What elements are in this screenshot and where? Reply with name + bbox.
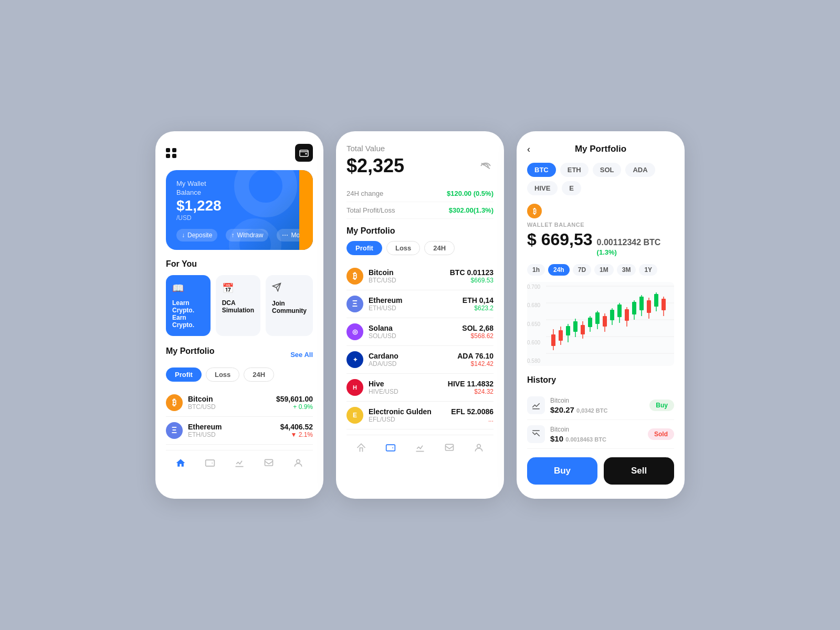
calendar-icon: 📅	[222, 282, 254, 294]
svg-rect-5	[386, 445, 395, 451]
screen-2: Total Value $2,325 24H change $120.00 (0…	[336, 131, 504, 499]
s2-hive-item[interactable]: H Hive HIVE/USD HIVE 11.4832 $24.32	[346, 374, 494, 402]
screen2-header: Total Value $2,325	[346, 144, 494, 177]
candlestick-chart: 0.700 0.680 0.650 0.600 0.580	[527, 282, 674, 366]
nav2-chart[interactable]	[415, 443, 425, 456]
svg-point-4	[297, 459, 300, 463]
svg-rect-22	[581, 325, 585, 334]
wallet-button[interactable]	[295, 144, 313, 162]
wallet-balance-label: WALLET BALANCE	[527, 222, 674, 228]
menu-icon[interactable]	[166, 148, 176, 158]
eth-icon: Ξ	[166, 422, 183, 439]
change-value: $120.00 (0.5%)	[447, 190, 494, 197]
tab-hive[interactable]: HIVE	[527, 181, 558, 195]
buy-button[interactable]: Buy	[527, 457, 597, 485]
screen3-title: My Portfolio	[575, 144, 626, 154]
crypto-tabs: BTC ETH SOL ADA HIVE E	[527, 163, 674, 195]
s2-ada-item[interactable]: ✦ Cardano ADA/USD ADA 76.10 $142.42	[346, 346, 494, 374]
eth-portfolio-item[interactable]: Ξ Ethereum ETH/USD $4,406.52 ▼ 2.1%	[166, 417, 313, 445]
s2-ada-icon: ✦	[346, 351, 363, 368]
s2-sol-item[interactable]: ◎ Solana SOL/USD SOL 2,68 $568.62	[346, 318, 494, 346]
filter-profit[interactable]: Profit	[166, 368, 202, 382]
screen3-header: ‹ My Portfolio	[527, 144, 674, 154]
s2-btc-icon: ₿	[346, 268, 363, 285]
filter2-profit[interactable]: Profit	[346, 241, 382, 255]
hide-icon[interactable]	[478, 158, 494, 174]
nav-messages[interactable]	[264, 458, 274, 471]
pl-value: $302.00(1.3%)	[449, 206, 494, 214]
tab-sol[interactable]: SOL	[593, 163, 622, 177]
svg-rect-0	[300, 150, 308, 156]
nav-chart[interactable]	[234, 458, 245, 471]
nav2-profile[interactable]	[474, 443, 484, 456]
bottom-nav-1	[166, 450, 313, 473]
s2-el-icon: E	[346, 407, 363, 424]
filter-24h[interactable]: 24H	[244, 368, 274, 382]
time-tabs: 1h 24h 7D 1M 3M 1Y	[527, 264, 674, 276]
nav-wallet[interactable]	[205, 458, 215, 471]
wallet-card: My Wallet Balance $1,228 /USD ↓ Deposite…	[166, 170, 313, 250]
community-icon	[272, 282, 307, 295]
wallet-balance-display: $ 669,53 0.00112342 BTC (1.3%)	[527, 230, 674, 257]
filter2-loss[interactable]: Loss	[386, 241, 420, 255]
svg-rect-40	[647, 300, 651, 313]
svg-rect-36	[632, 302, 636, 314]
svg-rect-38	[639, 297, 644, 310]
btc-icon: ₿	[166, 394, 183, 411]
filter-loss[interactable]: Loss	[206, 368, 239, 382]
s2-eth-icon: Ξ	[346, 296, 363, 312]
s2-hive-icon: H	[346, 379, 363, 396]
sold-badge: Sold	[648, 428, 674, 440]
buy-badge: Buy	[649, 400, 674, 411]
nav2-home[interactable]	[356, 443, 366, 456]
s2-eth-item[interactable]: Ξ Ethereum ETH/USD ETH 0,14 $623.2	[346, 290, 494, 318]
s2-sol-icon: ◎	[346, 323, 363, 340]
history-item-sell[interactable]: Bitcoin $10 0.0018463 BTC Sold	[527, 420, 674, 449]
tab-ada[interactable]: ADA	[625, 163, 655, 177]
tab-7d[interactable]: 7D	[573, 264, 591, 276]
tab-e[interactable]: E	[562, 181, 581, 195]
tab-24h[interactable]: 24h	[548, 264, 570, 276]
bottom-nav-2	[346, 435, 494, 458]
see-all-button[interactable]: See All	[290, 351, 313, 359]
tab-btc[interactable]: BTC	[527, 163, 556, 177]
screen-1: My Wallet Balance $1,228 /USD ↓ Deposite…	[155, 131, 323, 499]
tab-eth[interactable]: ETH	[560, 163, 589, 177]
screen1-header	[166, 144, 313, 162]
total-value-row: $2,325	[346, 155, 494, 177]
screens-container: My Wallet Balance $1,228 /USD ↓ Deposite…	[155, 131, 685, 499]
nav2-messages[interactable]	[444, 443, 455, 456]
sell-button[interactable]: Sell	[604, 457, 674, 485]
nav2-wallet[interactable]	[385, 443, 396, 456]
for-you-cards: 📖 Learn Crypto. Earn Crypto. 📅 DCA Simul…	[166, 275, 313, 336]
tab-3m[interactable]: 3M	[617, 264, 636, 276]
svg-rect-18	[566, 326, 570, 335]
dca-simulation-card[interactable]: 📅 DCA Simulation	[216, 275, 260, 336]
nav-profile[interactable]	[293, 458, 303, 471]
tab-1h[interactable]: 1h	[527, 264, 545, 276]
svg-rect-26	[595, 312, 600, 324]
svg-rect-32	[617, 304, 622, 317]
tab-1y[interactable]: 1Y	[639, 264, 657, 276]
total-value-label: Total Value	[346, 144, 494, 153]
nav-home[interactable]	[175, 458, 186, 471]
s2-el-item[interactable]: E Electronic Gulden EFL/USD EFL 52.0086 …	[346, 402, 494, 429]
wallet-currency: /USD	[176, 214, 302, 222]
book-icon: 📖	[172, 282, 204, 294]
svg-rect-1	[305, 153, 307, 154]
svg-rect-44	[662, 299, 666, 310]
learn-crypto-card[interactable]: 📖 Learn Crypto. Earn Crypto.	[166, 275, 211, 336]
buy-arrow-icon	[527, 396, 545, 414]
svg-rect-28	[603, 316, 607, 327]
tab-1m[interactable]: 1M	[594, 264, 614, 276]
s2-btc-item[interactable]: ₿ Bitcoin BTC/USD BTC 0.01123 $669.53	[346, 262, 494, 290]
deposit-button[interactable]: ↓ Deposite	[176, 229, 217, 242]
history-item-buy[interactable]: Bitcoin $20.27 0,0342 BTC Buy	[527, 391, 674, 420]
filter2-24h[interactable]: 24H	[424, 241, 455, 255]
back-button[interactable]: ‹	[527, 144, 530, 155]
svg-rect-30	[610, 310, 614, 320]
pl-row: Total Profit/Loss $302.00(1.3%)	[346, 202, 494, 219]
join-community-card[interactable]: Join Community	[266, 275, 313, 336]
btc-portfolio-item[interactable]: ₿ Bitcoin BTC/USD $59,601.00 + 0.9%	[166, 389, 313, 417]
change-row: 24H change $120.00 (0.5%)	[346, 185, 494, 202]
